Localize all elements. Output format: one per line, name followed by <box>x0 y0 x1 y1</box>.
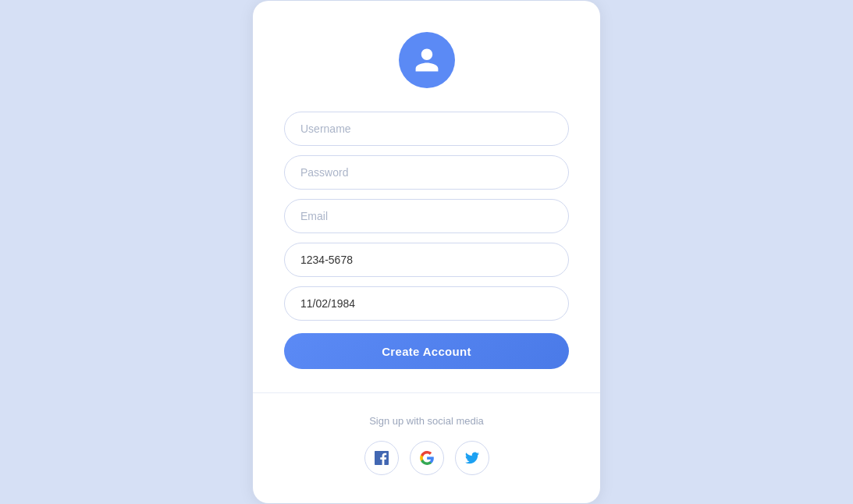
signup-card: Create Account Sign up with social media <box>253 1 600 503</box>
create-account-button[interactable]: Create Account <box>284 333 569 369</box>
date-input[interactable] <box>284 286 569 321</box>
card-bottom: Sign up with social media <box>253 393 600 503</box>
email-input[interactable] <box>284 199 569 233</box>
password-input[interactable] <box>284 155 569 190</box>
avatar <box>399 32 455 88</box>
form-fields: Create Account <box>284 112 569 369</box>
google-button[interactable] <box>410 441 444 475</box>
username-input[interactable] <box>284 112 569 146</box>
social-icons-group <box>364 441 489 475</box>
phone-input[interactable] <box>284 243 569 277</box>
google-icon <box>420 451 434 465</box>
twitter-icon <box>465 451 479 465</box>
twitter-button[interactable] <box>455 441 489 475</box>
facebook-button[interactable] <box>364 441 399 475</box>
social-label: Sign up with social media <box>369 415 484 427</box>
user-icon <box>413 46 441 74</box>
card-top: Create Account <box>253 1 600 392</box>
facebook-icon <box>375 451 389 465</box>
